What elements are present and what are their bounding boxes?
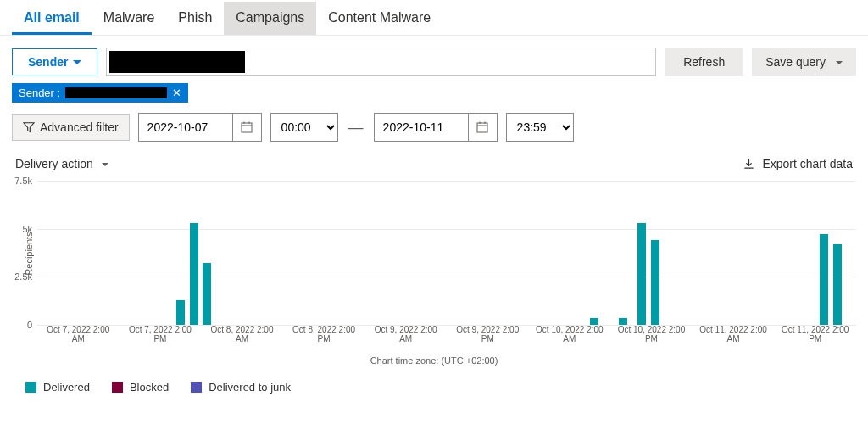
legend-label: Delivered to junk bbox=[209, 381, 291, 394]
end-date-input[interactable] bbox=[374, 113, 469, 142]
chart-plot-area: 02.5k5k7.5k bbox=[37, 181, 856, 325]
chart-view-label: Delivery action bbox=[15, 157, 93, 170]
x-tick: Oct 9, 2022 2:00 AM bbox=[364, 325, 447, 350]
start-date-calendar-button[interactable] bbox=[233, 113, 262, 142]
tab-phish[interactable]: Phish bbox=[166, 2, 224, 35]
legend-item-blocked[interactable]: Blocked bbox=[112, 381, 169, 394]
bar-delivered bbox=[176, 300, 185, 325]
y-axis-label: Recipients bbox=[24, 232, 34, 275]
x-tick: Oct 7, 2022 2:00 AM bbox=[37, 325, 120, 350]
refresh-button[interactable]: Refresh bbox=[665, 48, 743, 76]
redacted-value bbox=[109, 51, 245, 73]
chart-controls: Delivery action Export chart data bbox=[0, 142, 868, 177]
legend-item-delivered[interactable]: Delivered bbox=[25, 381, 90, 394]
chart-view-dropdown[interactable]: Delivery action bbox=[15, 157, 108, 170]
legend-label: Blocked bbox=[130, 381, 169, 394]
legend-swatch bbox=[112, 382, 123, 393]
chip-label: Sender : bbox=[19, 87, 60, 99]
active-filters: Sender : ✕ bbox=[0, 83, 868, 103]
y-tick: 0 bbox=[27, 320, 32, 330]
calendar-icon bbox=[240, 120, 253, 134]
x-tick: Oct 10, 2022 2:00 AM bbox=[529, 325, 611, 350]
redacted-value bbox=[65, 87, 167, 98]
chart-legend: DeliveredBlockedDelivered to junk bbox=[0, 366, 868, 409]
remove-chip-icon[interactable]: ✕ bbox=[172, 87, 181, 99]
y-tick: 7.5k bbox=[14, 176, 32, 186]
legend-item-delivered-to-junk[interactable]: Delivered to junk bbox=[191, 381, 291, 394]
export-label: Export chart data bbox=[762, 157, 853, 170]
bar-delivered bbox=[203, 263, 211, 325]
date-filter-row: Advanced filter 00:00 — 23:59 bbox=[0, 103, 868, 142]
bar-delivered bbox=[833, 244, 842, 325]
end-time-select[interactable]: 23:59 bbox=[506, 113, 574, 142]
calendar-icon bbox=[476, 120, 489, 134]
filter-field-dropdown[interactable]: Sender bbox=[12, 48, 97, 75]
bar-delivered bbox=[820, 234, 828, 325]
filter-chip-sender: Sender : ✕ bbox=[12, 83, 188, 103]
chart: Recipients 02.5k5k7.5k Oct 7, 2022 2:00 … bbox=[37, 181, 856, 350]
legend-swatch bbox=[25, 382, 36, 393]
save-query-button[interactable]: Save query bbox=[752, 48, 856, 76]
x-tick: Oct 11, 2022 2:00 PM bbox=[774, 325, 856, 350]
legend-swatch bbox=[191, 382, 202, 393]
tab-content-malware[interactable]: Content Malware bbox=[316, 2, 442, 35]
timezone-label: Chart time zone: (UTC +02:00) bbox=[0, 355, 868, 366]
filter-row: Sender Refresh Save query bbox=[0, 36, 868, 83]
legend-label: Delivered bbox=[43, 381, 90, 394]
chevron-down-icon bbox=[73, 55, 81, 69]
x-tick: Oct 7, 2022 2:00 PM bbox=[120, 325, 202, 350]
chevron-down-icon bbox=[98, 157, 108, 170]
x-tick: Oct 8, 2022 2:00 AM bbox=[201, 325, 283, 350]
x-tick: Oct 10, 2022 2:00 PM bbox=[610, 325, 693, 350]
bar-delivered bbox=[190, 223, 198, 325]
end-date-calendar-button[interactable] bbox=[469, 113, 498, 142]
export-chart-button[interactable]: Export chart data bbox=[743, 157, 853, 170]
download-icon bbox=[743, 158, 755, 170]
filter-icon bbox=[23, 121, 35, 133]
range-separator: — bbox=[347, 119, 365, 137]
x-axis: Oct 7, 2022 2:00 AMOct 7, 2022 2:00 PMOc… bbox=[37, 325, 856, 350]
filter-field-label: Sender bbox=[28, 55, 68, 69]
y-tick: 2.5k bbox=[14, 271, 32, 282]
x-tick: Oct 8, 2022 2:00 PM bbox=[283, 325, 365, 350]
bar-delivered bbox=[637, 223, 646, 325]
chevron-down-icon bbox=[832, 55, 843, 69]
svg-rect-0 bbox=[242, 123, 252, 132]
bar-delivered bbox=[651, 240, 659, 325]
advanced-filter-button[interactable]: Advanced filter bbox=[12, 114, 130, 141]
x-tick: Oct 11, 2022 2:00 AM bbox=[693, 325, 775, 350]
start-date-input[interactable] bbox=[138, 113, 233, 142]
tab-campaigns[interactable]: Campaigns bbox=[224, 2, 316, 35]
x-tick: Oct 9, 2022 2:00 PM bbox=[447, 325, 529, 350]
bar-delivered bbox=[619, 318, 627, 325]
advanced-filter-label: Advanced filter bbox=[40, 120, 119, 134]
svg-rect-4 bbox=[477, 123, 487, 132]
y-tick: 5k bbox=[22, 224, 32, 234]
bar-delivered bbox=[590, 318, 598, 325]
save-query-label: Save query bbox=[765, 55, 826, 69]
tab-all-email[interactable]: All email bbox=[12, 2, 92, 35]
tab-malware[interactable]: Malware bbox=[92, 2, 166, 35]
tab-bar: All emailMalwarePhishCampaignsContent Ma… bbox=[0, 0, 868, 36]
start-time-select[interactable]: 00:00 bbox=[270, 113, 338, 142]
